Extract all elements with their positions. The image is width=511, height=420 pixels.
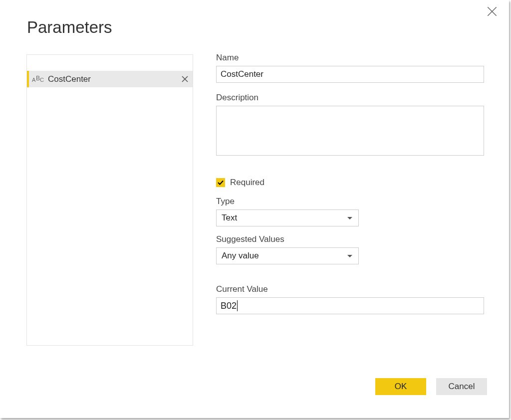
suggested-values-label: Suggested Values <box>216 234 485 244</box>
ok-button[interactable]: OK <box>375 378 426 395</box>
chevron-down-icon <box>347 217 352 219</box>
chevron-down-icon <box>347 255 352 257</box>
current-value-label: Current Value <box>216 284 485 294</box>
required-checkbox[interactable] <box>216 178 225 187</box>
suggested-values-select[interactable]: Any value <box>216 247 359 264</box>
type-select[interactable]: Text <box>216 210 359 226</box>
description-label: Description <box>216 93 485 103</box>
parameter-item-name: CostCenter <box>48 74 177 84</box>
dialog-footer: OK Cancel <box>375 378 487 395</box>
name-input[interactable] <box>216 66 484 83</box>
required-row: Required <box>216 178 485 188</box>
dialog-title: Parameters <box>27 18 112 37</box>
text-type-icon: B <box>32 75 43 83</box>
parameter-list-item[interactable]: B CostCenter <box>27 71 193 87</box>
parameter-form: Name Description Required Type Text Sugg… <box>216 53 485 314</box>
text-cursor <box>237 300 238 311</box>
remove-parameter-button[interactable] <box>177 71 193 87</box>
type-value: Text <box>222 213 237 223</box>
parameters-dialog: Parameters New B CostCenter Name Descrip… <box>0 0 509 418</box>
close-icon <box>487 6 497 16</box>
close-button[interactable] <box>487 6 497 16</box>
type-label: Type <box>216 197 485 207</box>
x-icon <box>182 76 188 82</box>
current-value-text: B02 <box>221 301 237 311</box>
current-value-input[interactable]: B02 <box>216 297 484 314</box>
check-icon <box>217 179 224 186</box>
name-label: Name <box>216 53 485 63</box>
description-input[interactable] <box>216 106 484 156</box>
suggested-value: Any value <box>222 251 259 261</box>
cancel-button[interactable]: Cancel <box>436 378 487 395</box>
required-label: Required <box>230 178 264 188</box>
parameters-list: B CostCenter <box>26 54 193 346</box>
